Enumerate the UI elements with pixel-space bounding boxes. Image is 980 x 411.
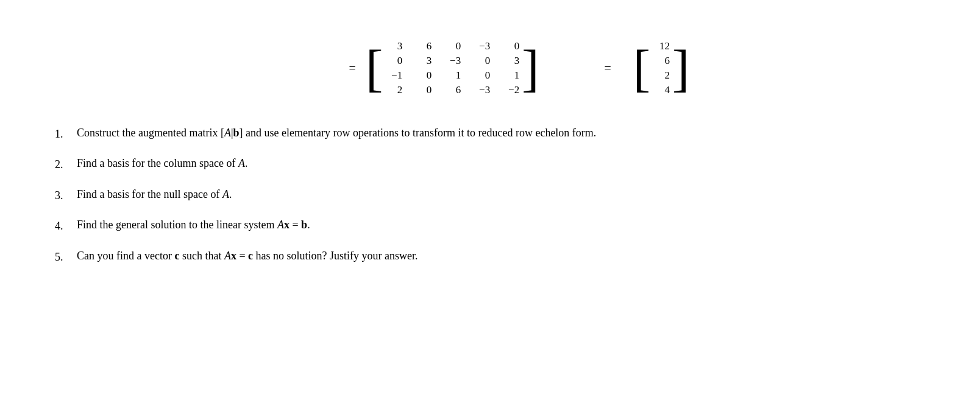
equals-sign-a: = [349,61,356,76]
matrix-cell: −3 [444,55,461,67]
bracket-left-a: [ [366,37,383,100]
vector-b-wrapper: [ 12624 ] [633,37,690,100]
matrix-cell: 6 [444,84,461,96]
matrix-cell: 3 [414,55,431,67]
question-text-2: Find a basis for the column space of A. [77,155,943,172]
questions-section: 1.Construct the augmented matrix [A|b] a… [55,124,943,267]
bracket-right-b: ] [672,37,689,100]
and-vector-text [567,62,573,75]
question-number-4: 4. [55,216,77,236]
matrix-cell: 0 [385,55,402,67]
matrix-cell: 0 [414,84,431,96]
bracket-right-a: ] [522,37,539,100]
matrix-cell: 0 [473,69,490,82]
question-item-4: 4.Find the general solution to the linea… [55,216,943,236]
matrix-cell: 0 [473,55,490,67]
question-text-5: Can you find a vector c such that Ax = c… [77,247,943,265]
question-text-4: Find the general solution to the linear … [77,216,943,234]
matrix-section: = [ 360−3003−303−10101206−3−2 ] = [ 1262… [85,37,943,100]
question-number-5: 5. [55,247,77,267]
matrix-a-equation: = [ 360−3003−303−10101206−3−2 ] [339,37,539,100]
matrix-cell: −3 [473,84,490,96]
question-item-1: 1.Construct the augmented matrix [A|b] a… [55,124,943,144]
vector-b-cell: 12 [653,40,670,52]
matrix-cell: 0 [414,69,431,82]
equals-sign-b: = [605,61,611,76]
matrix-cell: 3 [385,40,402,52]
vector-b-grid: 12624 [650,37,672,100]
matrix-cell: 1 [502,69,519,82]
vector-b-cell: 4 [653,84,670,96]
matrix-cell: 0 [502,40,519,52]
matrix-cell: 1 [444,69,461,82]
question-item-2: 2.Find a basis for the column space of A… [55,155,943,174]
matrix-cell: 0 [444,40,461,52]
question-number-1: 1. [55,124,77,144]
question-text-3: Find a basis for the null space of A. [77,186,943,203]
matrix-a-grid: 360−3003−303−10101206−3−2 [383,37,522,100]
bracket-left-b: [ [633,37,650,100]
question-item-5: 5.Can you find a vector c such that Ax =… [55,247,943,267]
matrix-cell: −1 [385,69,402,82]
question-item-3: 3.Find a basis for the null space of A. [55,186,943,205]
matrix-a-wrapper: [ 360−3003−303−10101206−3−2 ] [366,37,539,100]
matrix-cell: −2 [502,84,519,96]
matrix-cell: 2 [385,84,402,96]
question-text-1: Construct the augmented matrix [A|b] and… [77,124,943,142]
matrix-cell: 6 [414,40,431,52]
matrix-cell: −3 [473,40,490,52]
question-number-2: 2. [55,155,77,174]
question-number-3: 3. [55,186,77,205]
vector-b-cell: 6 [653,55,670,67]
matrix-cell: 3 [502,55,519,67]
vector-b-cell: 2 [653,69,670,82]
